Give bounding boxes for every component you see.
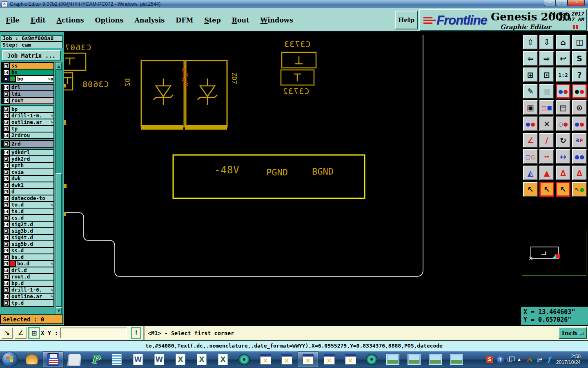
editor-window-icon-button[interactable]: ✕ [297, 351, 318, 368]
layer-row-sig5b.d[interactable]: sig5b.d [2, 241, 53, 247]
layer-checkbox[interactable] [4, 222, 9, 227]
close-button[interactable]: ✕ [568, 0, 585, 6]
paper-stack-icon-button[interactable] [64, 351, 85, 368]
layer-checkbox[interactable] [4, 113, 9, 118]
layer-row-tp[interactable]: tp [2, 126, 53, 132]
board-overview[interactable] [522, 230, 586, 276]
pcb-canvas[interactable]: C3607 C3608 C3733 C3732 DZ ZD7 -48V PGND… [64, 32, 521, 325]
excel-doc-icon-button[interactable]: X [212, 351, 234, 368]
layer-checkbox[interactable] [4, 261, 9, 266]
peak-double-icon[interactable]: ▲ [539, 166, 554, 180]
clip-area-icon[interactable]: ▣ [523, 100, 538, 115]
layer-row-ydkdrl[interactable]: ydkdrl [2, 150, 53, 155]
alert-button[interactable]: ! [131, 327, 141, 339]
menu-analysis[interactable]: Analysis [134, 16, 165, 24]
photo-viewer-icon-button[interactable] [403, 351, 425, 368]
layer-row-drill-1-6.[interactable]: drill-1-6.✎ [2, 287, 53, 293]
menu-windows[interactable]: Windows [261, 16, 293, 24]
genesis-cd-icon-button[interactable] [234, 351, 255, 368]
layer-checkbox[interactable] [4, 163, 9, 168]
transform-icon[interactable]: □■ [539, 100, 554, 115]
menu-dfm[interactable]: DFM [176, 16, 193, 24]
job-matrix-button[interactable]: Job Matrix ... [2, 50, 61, 61]
layer-checkbox[interactable] [4, 70, 9, 75]
layer-checkbox[interactable] [4, 281, 9, 286]
layer-row-bo[interactable]: bo✎▦ [2, 76, 53, 82]
layer-checkbox[interactable] [4, 248, 9, 253]
zoom-center-icon[interactable]: ⊡ [539, 67, 554, 82]
genesis-cd-icon-button[interactable] [361, 351, 382, 368]
scroll-right-icon[interactable]: ⇨ [539, 51, 554, 66]
scroll-left-icon[interactable]: ⇦ [523, 51, 538, 66]
layer-row-npth[interactable]: npth [2, 163, 53, 168]
menu-rout[interactable]: Rout [232, 16, 249, 24]
notes-icon-button[interactable] [106, 351, 127, 368]
layer-checkbox[interactable] [4, 170, 9, 175]
layer-row-drl[interactable]: drl [2, 85, 53, 90]
photo-viewer-icon-button[interactable] [425, 351, 446, 368]
layer-checkbox[interactable] [4, 255, 9, 260]
resize-diagonal-icon[interactable]: ↘ [1, 327, 13, 339]
hidden-icons-icon[interactable]: ▲ [516, 356, 523, 363]
photo-viewer-icon-button[interactable] [382, 351, 403, 368]
taskbar-clock[interactable]: 2:50 2017/10/24 [556, 354, 584, 365]
width-measure-icon[interactable]: ↔ [556, 149, 570, 164]
photo-viewer-icon-button[interactable] [446, 351, 467, 368]
window-xy-icon[interactable]: ◫ [572, 35, 587, 49]
excel-doc-icon-button[interactable]: X [170, 351, 191, 368]
net-points-icon[interactable]: ●● [523, 117, 538, 131]
rotate-icon[interactable]: ↻ [556, 133, 570, 148]
layer-checkbox[interactable] [4, 268, 9, 273]
network-icon[interactable] [537, 358, 542, 361]
layer-checkbox[interactable] [4, 301, 9, 305]
mirror-icon[interactable]: ƎF [572, 133, 587, 148]
menu-file[interactable]: File [6, 16, 20, 24]
window-restore-icon[interactable] [508, 358, 512, 361]
help-icon[interactable]: ? [572, 67, 587, 82]
layer-row-ldi[interactable]: ldi [2, 91, 53, 97]
grid-window-icon[interactable]: ⊞ [28, 327, 40, 339]
layer-scrollbar[interactable]: ▲ ▼ [55, 62, 62, 315]
angle-measure-icon[interactable]: ∠ [523, 133, 538, 148]
layer-checkbox[interactable] [4, 141, 9, 146]
scroll-down-icon[interactable]: ⇩ [539, 35, 554, 49]
setup-tools-icon[interactable]: ✎ [523, 84, 538, 99]
home-view-icon[interactable]: ⌂ [556, 35, 570, 49]
layer-checkbox[interactable] [4, 98, 9, 103]
restore-button[interactable]: ▢ [556, 0, 568, 6]
menu-step[interactable]: Step [204, 16, 220, 24]
layer-row-dwk1[interactable]: dwk1 [2, 182, 53, 188]
sogou-icon[interactable]: S [486, 356, 493, 363]
layer-checkbox[interactable] [4, 202, 9, 207]
layer-checkbox[interactable] [4, 215, 9, 220]
layer-checkbox[interactable] [4, 126, 9, 131]
layer-checkbox[interactable] [4, 183, 9, 188]
layer-row-bp[interactable]: bp [2, 106, 53, 112]
layer-row-datecode-to[interactable]: datecode-to [2, 195, 53, 201]
line-measure-icon[interactable]: ∕ [539, 133, 554, 148]
datum-points-alt-icon[interactable]: ●● [572, 84, 587, 99]
break-line-icon[interactable]: ╍ [539, 149, 554, 164]
layer-checkbox[interactable] [4, 92, 9, 96]
menu-edit[interactable]: Edit [31, 16, 46, 24]
redraw-icon[interactable]: S [572, 51, 587, 66]
shell-icon-button[interactable] [21, 351, 42, 368]
layer-row-ss[interactable]: ss [2, 63, 53, 69]
excel-doc-icon-button[interactable]: X [191, 351, 212, 368]
layer-row-sig4t.d[interactable]: sig4t.d [2, 235, 53, 240]
layer-row-bs.d[interactable]: bs.d [2, 254, 53, 260]
measure-ruler-icon[interactable]: ▤ [556, 100, 570, 115]
layer-checkbox[interactable] [4, 196, 9, 201]
layer-row-sig3b.d[interactable]: sig3b.d [2, 228, 53, 234]
grow-point-icon[interactable]: ○● [556, 117, 570, 131]
select-polygon-icon[interactable]: ↖ [556, 182, 570, 197]
layer-checkbox[interactable] [4, 133, 9, 138]
layer-row-tp.d[interactable]: tp.d [2, 300, 53, 306]
layer-checkbox[interactable] [4, 229, 9, 233]
menu-options[interactable]: Options [95, 16, 124, 24]
datum-points-icon[interactable]: ●● [556, 84, 570, 99]
layer-row-rout.d[interactable]: rout.d [2, 274, 53, 280]
layer-checkbox[interactable] [4, 150, 9, 155]
layer-checkbox[interactable] [4, 63, 9, 68]
zoom-margins-icon[interactable]: ⊞ [523, 67, 538, 82]
